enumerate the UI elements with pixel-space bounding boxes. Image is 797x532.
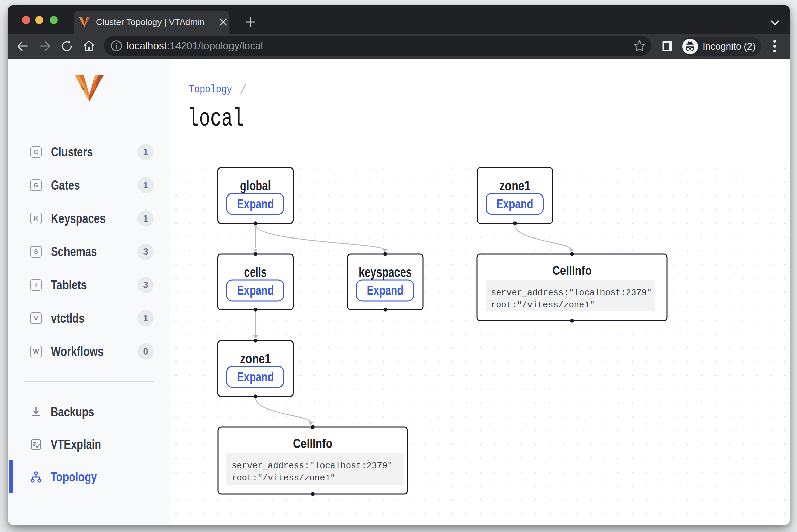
svg-text:Expand: Expand — [497, 197, 533, 211]
svg-text:Expand: Expand — [237, 283, 274, 298]
svg-text:CellInfo: CellInfo — [552, 264, 592, 278]
svg-text:server_address:"localhost:2379: server_address:"localhost:2379" — [231, 461, 392, 471]
svg-text:keyspaces: keyspaces — [359, 265, 412, 280]
svg-text:Expand: Expand — [237, 370, 274, 384]
svg-text:/: / — [239, 83, 247, 98]
svg-text:Expand: Expand — [237, 197, 274, 211]
svg-text:local: local — [188, 104, 244, 133]
svg-text:server_address:"localhost:2379: server_address:"localhost:2379" — [491, 288, 652, 298]
svg-text:root:"/vitess/zone1": root:"/vitess/zone1" — [491, 300, 595, 310]
svg-text:root:"/vitess/zone1": root:"/vitess/zone1" — [231, 473, 335, 483]
svg-text:Expand: Expand — [367, 283, 404, 298]
svg-text:zone1: zone1 — [240, 351, 271, 366]
svg-text:cells: cells — [244, 265, 267, 280]
svg-text:zone1: zone1 — [500, 178, 531, 193]
svg-text:CellInfo: CellInfo — [293, 437, 332, 451]
svg-text:Topology: Topology — [189, 83, 232, 95]
svg-text:global: global — [240, 178, 271, 193]
